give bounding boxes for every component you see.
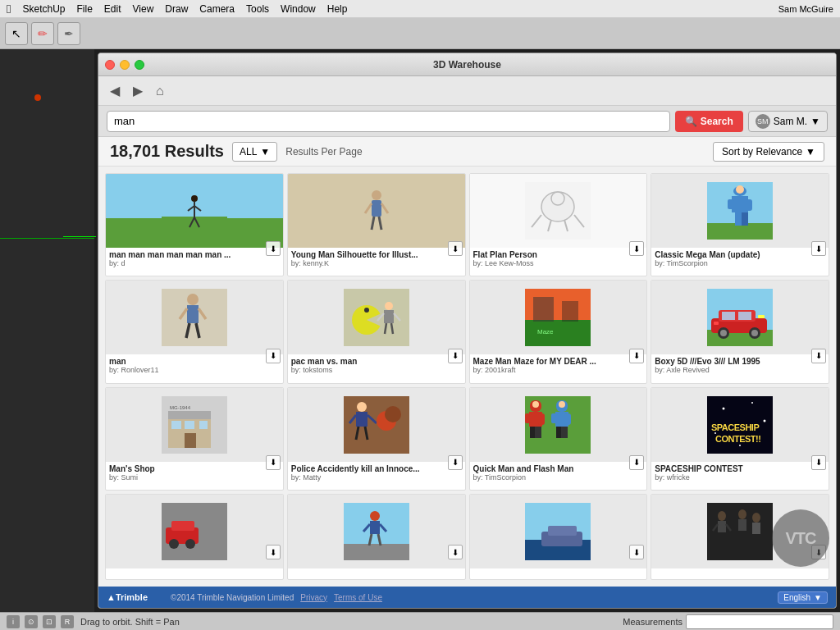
menu-edit[interactable]: Edit [104,3,121,15]
item-thumbnail [106,495,283,568]
forward-button[interactable]: ▶ [130,81,146,100]
svg-rect-87 [538,413,545,425]
list-item[interactable]: Classic Mega Man (update) by: TimScorpio… [651,173,829,276]
language-selector[interactable]: English ▼ [778,591,828,604]
svg-point-42 [385,302,393,310]
terms-link[interactable]: Terms of Use [334,593,382,602]
svg-rect-64 [714,322,719,325]
tool-pencil[interactable]: ✏ [31,22,54,45]
item-thumbnail [288,495,465,568]
panel-searchbar: 🔍 Search SM Sam M. ▼ [98,106,836,137]
apple-menu[interactable]:  [7,2,11,16]
list-item[interactable]: ⬇ [105,494,284,580]
close-button[interactable] [105,60,115,70]
search-button[interactable]: 🔍 Search [675,111,743,132]
list-item[interactable]: Boxy 5D ///Evo 3/// LM 1995 by: Axle Rev… [651,280,829,383]
svg-rect-43 [384,310,394,323]
tool-brush[interactable]: ✒ [57,22,80,45]
measurements-label: Measurements [623,617,682,627]
item-title: Quick Man and Flash Man [473,464,644,473]
menu-help[interactable]: Help [327,3,348,15]
maximize-button[interactable] [135,60,144,70]
download-button[interactable]: ⬇ [448,349,463,363]
download-button[interactable]: ⬇ [266,349,281,363]
svg-text:SPACESHIP: SPACESHIP [711,422,759,432]
item-thumbnail [651,281,829,354]
menu-sketchup[interactable]: SketchUp [22,3,65,15]
menu-view[interactable]: View [133,3,154,15]
measurements-input[interactable] [686,614,833,629]
search-input[interactable] [107,111,670,132]
home-button[interactable]: ⌂ [153,82,167,100]
svg-rect-130 [752,523,760,534]
item-info: Flat Plan Person by: Lee Kew-Moss [470,248,647,269]
svg-point-60 [720,330,727,336]
privacy-link[interactable]: Privacy [300,593,327,602]
chevron-down-icon: ▼ [810,116,820,127]
download-button[interactable]: ⬇ [811,241,826,256]
download-button[interactable]: ⬇ [811,349,826,363]
download-button[interactable]: ⬇ [266,241,281,256]
menu-tools[interactable]: Tools [246,3,269,15]
svg-rect-93 [551,413,558,423]
item-info [651,568,829,573]
list-item[interactable]: ⬇ [287,494,466,580]
warehouse-panel: 3D Warehouse ◀ ▶ ⌂ 🔍 Search SM Sam M. ▼ … [98,52,837,609]
menu-camera[interactable]: Camera [199,3,235,15]
item-author: by: TimScorpion [655,259,825,267]
list-item[interactable]: ⬇ [469,494,648,580]
sketchup-canvas [0,49,94,612]
svg-point-81 [385,406,401,422]
list-item[interactable]: pac man vs. man by: tokstoms ⬇ [287,280,466,383]
svg-rect-70 [185,421,194,429]
list-item[interactable]: MG-1944 Man's Shop by: Sumi ⬇ [105,387,284,491]
download-button[interactable]: ⬇ [266,545,281,559]
item-info: Boxy 5D ///Evo 3/// LM 1995 by: Axle Rev… [651,354,829,376]
item-title: man [109,357,280,366]
list-item[interactable]: Flat Plan Person by: Lee Kew-Moss ⬇ [469,173,648,276]
svg-point-108 [169,539,179,549]
minimize-button[interactable] [120,60,130,70]
svg-point-84 [532,401,539,408]
window-buttons [105,60,144,70]
language-label: English [783,593,810,602]
bottom-icons: i ⊙ ⊡ R [7,615,74,628]
list-item[interactable]: Quick Man and Flash Man by: TimScorpion … [469,387,648,491]
list-item[interactable]: Maze Maze Man Maze for MY DEAR ... by: 2… [469,280,648,383]
item-info [106,568,283,573]
download-button[interactable]: ⬇ [811,455,826,470]
filter-dropdown[interactable]: ALL ▼ [232,142,277,162]
list-item[interactable]: man by: Ronlover11 ⬇ [105,280,284,383]
list-item[interactable]: man man man man man man ... by: d ⬇ [105,173,284,276]
download-button[interactable]: ⬇ [266,455,281,470]
download-button[interactable]: ⬇ [629,545,644,559]
list-item[interactable]: SPACESHIP CONTEST!! SPACESHIP CONTEST by… [651,387,829,491]
user-button[interactable]: SM Sam M. ▼ [748,111,828,132]
download-button[interactable]: ⬇ [448,545,463,559]
menu-file[interactable]: File [77,3,93,15]
sort-dropdown[interactable]: Sort by Relevance ▼ [713,142,824,162]
item-author: by: Sumi [109,473,280,482]
svg-point-109 [185,539,195,549]
bottom-icon-4: R [61,615,74,628]
svg-point-74 [357,402,367,412]
download-button[interactable]: ⬇ [629,349,644,363]
item-author: by: kenny.K [291,259,462,267]
download-button[interactable]: ⬇ [448,241,463,256]
back-button[interactable]: ◀ [107,81,123,100]
svg-rect-1 [162,217,227,240]
svg-rect-96 [561,427,568,438]
sketchup-toolbar: ↖ ✏ ✒ [0,18,840,49]
download-button[interactable]: ⬇ [448,455,463,470]
list-item[interactable]: Police Accidently kill an Innoce... by: … [287,387,466,491]
results-count: 18,701 Results [110,142,224,161]
thumbnail-art [707,503,773,560]
download-button[interactable]: ⬇ [629,241,644,256]
menu-draw[interactable]: Draw [165,3,188,15]
tool-arrow[interactable]: ↖ [5,22,28,45]
bottom-icon-1: i [7,615,20,628]
menu-window[interactable]: Window [281,3,316,15]
download-button[interactable]: ⬇ [629,455,644,470]
svg-rect-124 [718,521,726,532]
list-item[interactable]: Young Man Silhouette for Illust... by: k… [287,173,466,276]
